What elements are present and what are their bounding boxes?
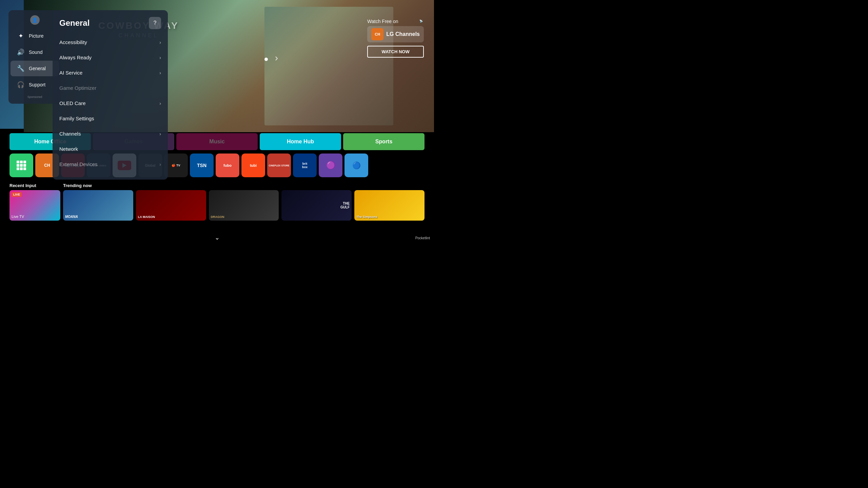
settings-item-sound[interactable]: 🔊 Sound (11, 44, 59, 60)
support-label: Support (29, 82, 45, 87)
sound-icon: 🔊 (17, 48, 25, 56)
trending-card-maison[interactable]: LA MAISON (136, 190, 206, 221)
trending-section: Trending now MOANA LA MAISON DRAGON THEG… (63, 183, 425, 221)
app-icon-tsn[interactable]: TSN (190, 154, 214, 177)
oled-care-arrow: › (159, 101, 161, 106)
trending-card-moana-title: MOANA (65, 215, 78, 219)
app-icon-cineplex[interactable]: CINEPLEX STORE (267, 154, 291, 177)
live-tv-card[interactable]: LIVE Live TV (9, 190, 60, 221)
external-devices-label: External Devices (59, 161, 98, 167)
settings-item-general[interactable]: 🔧 General (11, 61, 59, 76)
tab-sports[interactable]: Sports (343, 133, 425, 150)
app-icon-apps[interactable] (9, 154, 33, 177)
app-icon-twitch[interactable]: 🟣 (319, 154, 342, 177)
apps-grid-icon (17, 161, 26, 170)
hero-next-arrow[interactable]: › (275, 53, 278, 63)
general-item-always-ready[interactable]: Always Ready › (53, 50, 168, 65)
trending-card-gulf-title: THEGULF (340, 202, 350, 209)
watch-free-label: Watch Free on (367, 19, 424, 24)
general-item-accessibility[interactable]: Accessibility › (53, 35, 168, 50)
app-icon-britbox[interactable]: britbox (293, 154, 317, 177)
general-header: General ? (53, 17, 168, 35)
app-icon-last[interactable]: 🔵 (344, 154, 368, 177)
sound-label: Sound (29, 49, 42, 55)
game-optimizer-label: Game Optimizer (59, 85, 96, 91)
trending-card-dragon-title: DRAGON (211, 215, 224, 219)
tab-home-hub[interactable]: Home Hub (260, 133, 341, 150)
family-settings-label: Family Settings (59, 116, 94, 121)
recent-input-section: Recent Input LIVE Live TV (9, 183, 60, 221)
carousel-indicator (264, 58, 268, 61)
live-badge: LIVE (12, 192, 22, 197)
trending-card-dragon[interactable]: DRAGON (209, 190, 279, 221)
general-item-family-settings[interactable]: Family Settings (53, 111, 168, 126)
general-item-ai-service[interactable]: AI Service › (53, 65, 168, 80)
profile-icon[interactable]: 👤 (30, 15, 40, 25)
trending-card-maison-title: LA MAISON (138, 215, 155, 219)
settings-item-picture[interactable]: ✦ Picture (11, 28, 59, 44)
ai-service-arrow: › (159, 70, 161, 76)
trending-card-moana[interactable]: MOANA (63, 190, 133, 221)
bottom-section: Recent Input LIVE Live TV Trending now M… (9, 183, 425, 221)
pocketlint-watermark: Pocketlint (415, 236, 430, 240)
general-item-network[interactable]: Network (53, 141, 168, 157)
general-item-channels[interactable]: Channels › (53, 126, 168, 141)
channels-label: Channels (59, 131, 81, 137)
external-devices-arrow: › (159, 162, 161, 167)
picture-label: Picture (29, 33, 44, 39)
oled-care-label: OLED Care (59, 100, 86, 106)
app-icon-fubo[interactable]: fubo (216, 154, 239, 177)
trending-card-simpsons[interactable]: The Simpsons (354, 190, 425, 221)
trending-card-simpsons-title: The Simpsons (356, 215, 377, 219)
trending-card-gulf[interactable]: THEGULF (281, 190, 352, 221)
general-label: General (29, 66, 46, 71)
tab-music[interactable]: Music (176, 133, 258, 150)
recent-input-label: Recent Input (9, 183, 60, 188)
channels-arrow: › (159, 131, 161, 137)
ch-icon: CH 📡 (371, 28, 383, 40)
help-button[interactable]: ? (149, 17, 161, 29)
always-ready-label: Always Ready (59, 55, 92, 60)
watch-free-section: Watch Free on CH 📡 LG Channels WATCH NOW (367, 19, 424, 58)
network-label: Network (59, 146, 78, 152)
general-item-game-optimizer[interactable]: Game Optimizer (53, 80, 168, 96)
general-item-oled-care[interactable]: OLED Care › (53, 96, 168, 111)
trending-label: Trending now (63, 183, 425, 188)
accessibility-label: Accessibility (59, 39, 87, 45)
signal-icon: 📡 (419, 20, 423, 23)
always-ready-arrow: › (159, 55, 161, 60)
scroll-indicator[interactable]: ⌄ (215, 234, 220, 241)
watch-now-button[interactable]: WATCH NOW (367, 46, 424, 58)
app-icon-tubi[interactable]: tubi (241, 154, 265, 177)
live-tv-label: Live TV (12, 215, 24, 219)
lg-channels-badge: CH 📡 LG Channels (367, 26, 424, 42)
general-icon: 🔧 (17, 65, 25, 72)
trending-cards: MOANA LA MAISON DRAGON THEGULF T (63, 190, 425, 221)
lg-channels-text: LG Channels (386, 31, 420, 37)
general-item-external-devices[interactable]: External Devices › (53, 157, 168, 172)
support-icon: 🎧 (17, 81, 25, 88)
ch-icon-text: CH (375, 32, 380, 36)
accessibility-arrow: › (159, 40, 161, 45)
ai-service-label: AI Service (59, 70, 82, 76)
general-title: General (59, 18, 90, 28)
picture-icon: ✦ (17, 32, 25, 40)
settings-item-support[interactable]: 🎧 Support (11, 77, 59, 93)
general-panel: General ? Accessibility › Always Ready ›… (53, 10, 168, 180)
